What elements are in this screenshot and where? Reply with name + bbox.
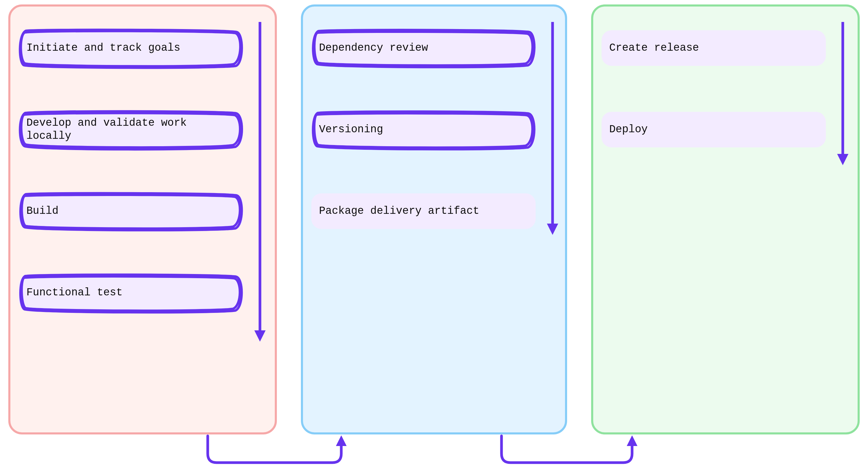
connector-arrow [0, 0, 868, 473]
svg-marker-7 [627, 435, 638, 446]
diagram-canvas: Initiate and track goals Develop and val… [0, 0, 868, 473]
